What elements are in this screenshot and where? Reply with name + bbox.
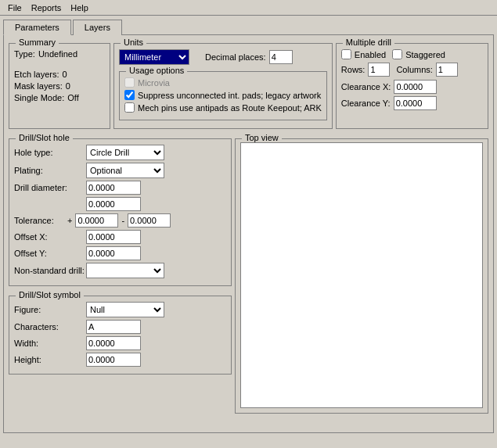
- mask-label: Mask layers:: [14, 81, 63, 91]
- tolerance-minus: -: [121, 216, 124, 225]
- height-input[interactable]: [86, 353, 141, 367]
- suppress-checkbox[interactable]: [124, 90, 135, 100]
- characters-row: Characters:: [14, 320, 226, 334]
- rows-row: Rows: Columns:: [341, 63, 483, 77]
- tolerance-plus-input[interactable]: [75, 213, 118, 228]
- main-window: Parameters Layers Summary Type: Undefine…: [0, 16, 497, 448]
- figure-select[interactable]: Null Circle Square Triangle: [86, 302, 164, 317]
- suppress-row: Suppress unconnected int. pads; legacy a…: [124, 90, 322, 100]
- columns-input[interactable]: [436, 63, 458, 77]
- offset-x-label: Offset X:: [14, 232, 83, 242]
- summary-group: Summary Type: Undefined Etch layers: 0 M…: [9, 43, 110, 129]
- drill-diameter-input2[interactable]: [86, 197, 141, 211]
- width-label: Width:: [14, 339, 83, 348]
- usage-options-group: Usage options Microvia Suppress unconnec…: [119, 71, 327, 120]
- drill-symbol-group: Drill/Slot symbol Figure: Null Circle Sq…: [9, 296, 232, 375]
- drill-diameter-row: Drill diameter:: [14, 181, 226, 195]
- tolerance-label: Tolerance:: [14, 216, 64, 225]
- nonstandard-row: Non-standard drill:: [14, 263, 226, 278]
- staggered-label: Staggered: [405, 50, 445, 59]
- tolerance-plus: +: [67, 216, 72, 225]
- nonstandard-label: Non-standard drill:: [14, 266, 83, 275]
- offset-x-input[interactable]: [86, 230, 141, 244]
- bottom-section: Drill/Slot hole Hole type: Circle Drill …: [9, 135, 488, 417]
- units-select[interactable]: Millimeter Inch Mils: [119, 49, 189, 65]
- etch-value: 0: [62, 70, 67, 79]
- single-value: Off: [67, 93, 78, 102]
- type-value: Undefined: [38, 49, 77, 59]
- etch-label: Etch layers:: [14, 70, 59, 79]
- clearance-y-row: Clearance Y:: [341, 96, 483, 110]
- suppress-label: Suppress unconnected int. pads; legacy a…: [138, 91, 321, 100]
- microvia-checkbox[interactable]: [124, 77, 135, 88]
- summary-type-row: Type: Undefined: [14, 49, 105, 59]
- microvia-label: Microvia: [138, 78, 170, 88]
- multidrill-group: Multiple drill Enabled Staggered Rows: C…: [336, 43, 488, 129]
- topview-group: Top view: [235, 138, 488, 414]
- characters-input[interactable]: [86, 320, 141, 334]
- width-input[interactable]: [86, 336, 141, 350]
- offset-x-row: Offset X:: [14, 230, 226, 244]
- etch-row: Etch layers: 0: [14, 70, 105, 79]
- clearance-x-label: Clearance X:: [341, 82, 391, 91]
- hole-type-row: Hole type: Circle Drill Slot Square: [14, 145, 226, 160]
- menu-reports[interactable]: Reports: [27, 2, 67, 13]
- plating-row: Plating: Optional Plated Non-Plated: [14, 163, 226, 178]
- type-label: Type:: [14, 49, 35, 59]
- mask-row: Mask layers: 0: [14, 81, 105, 91]
- figure-label: Figure:: [14, 305, 83, 314]
- mech-row: Mech pins use antipads as Route Keepout;…: [124, 102, 322, 113]
- clearance-x-input[interactable]: [394, 80, 437, 94]
- drill-diameter-input[interactable]: [86, 181, 141, 195]
- clearance-y-input[interactable]: [394, 96, 437, 110]
- decimal-label: Decimal places:: [205, 52, 266, 62]
- top-section: Summary Type: Undefined Etch layers: 0 M…: [9, 40, 488, 132]
- height-label: Height:: [14, 355, 83, 364]
- enabled-checkbox[interactable]: [341, 49, 351, 59]
- drill-slot-group: Drill/Slot hole Hole type: Circle Drill …: [9, 138, 232, 286]
- mask-value: 0: [66, 81, 70, 91]
- mech-checkbox[interactable]: [124, 102, 135, 113]
- single-label: Single Mode:: [14, 93, 64, 102]
- topview-title: Top view: [242, 133, 282, 142]
- rows-input[interactable]: [368, 63, 390, 77]
- units-group: Units Millimeter Inch Mils Decimal place…: [113, 43, 333, 129]
- hole-type-select[interactable]: Circle Drill Slot Square: [86, 145, 164, 160]
- enabled-label: Enabled: [355, 50, 386, 59]
- offset-y-input[interactable]: [86, 246, 141, 260]
- drill-slot-title: Drill/Slot hole: [16, 133, 73, 142]
- mech-label: Mech pins use antipads as Route Keepout;…: [138, 103, 322, 113]
- nonstandard-select[interactable]: [86, 263, 164, 278]
- units-row: Millimeter Inch Mils Decimal places:: [119, 49, 327, 65]
- tab-content: Summary Type: Undefined Etch layers: 0 M…: [3, 34, 494, 433]
- tolerance-row: Tolerance: + -: [14, 213, 226, 228]
- staggered-checkbox[interactable]: [392, 49, 402, 59]
- characters-label: Characters:: [14, 322, 83, 332]
- clearance-y-label: Clearance Y:: [341, 99, 391, 108]
- menu-help[interactable]: Help: [66, 2, 93, 13]
- drill-diameter-row2: [14, 197, 226, 211]
- multidrill-title: Multiple drill: [343, 38, 394, 47]
- summary-title: Summary: [16, 38, 59, 47]
- clearance-x-row: Clearance X:: [341, 80, 483, 94]
- tolerance-minus-input[interactable]: [128, 213, 171, 228]
- plating-select[interactable]: Optional Plated Non-Plated: [86, 163, 164, 178]
- drill-diameter-label: Drill diameter:: [14, 183, 83, 192]
- offset-y-row: Offset Y:: [14, 246, 226, 260]
- microvia-row: Microvia: [124, 77, 322, 88]
- height-row: Height:: [14, 353, 226, 367]
- hole-type-label: Hole type:: [14, 148, 83, 157]
- single-row: Single Mode: Off: [14, 93, 105, 102]
- rows-label: Rows:: [341, 65, 366, 74]
- width-row: Width:: [14, 336, 226, 350]
- menu-file[interactable]: File: [3, 2, 27, 13]
- units-title: Units: [121, 38, 146, 47]
- menubar: File Reports Help: [0, 0, 497, 16]
- tab-parameters[interactable]: Parameters: [3, 20, 71, 35]
- columns-label: Columns:: [396, 65, 432, 74]
- offset-y-label: Offset Y:: [14, 249, 83, 258]
- decimal-input[interactable]: [269, 50, 293, 64]
- figure-row: Figure: Null Circle Square Triangle: [14, 302, 226, 317]
- tab-layers[interactable]: Layers: [73, 20, 122, 35]
- top-view-canvas: [240, 142, 483, 408]
